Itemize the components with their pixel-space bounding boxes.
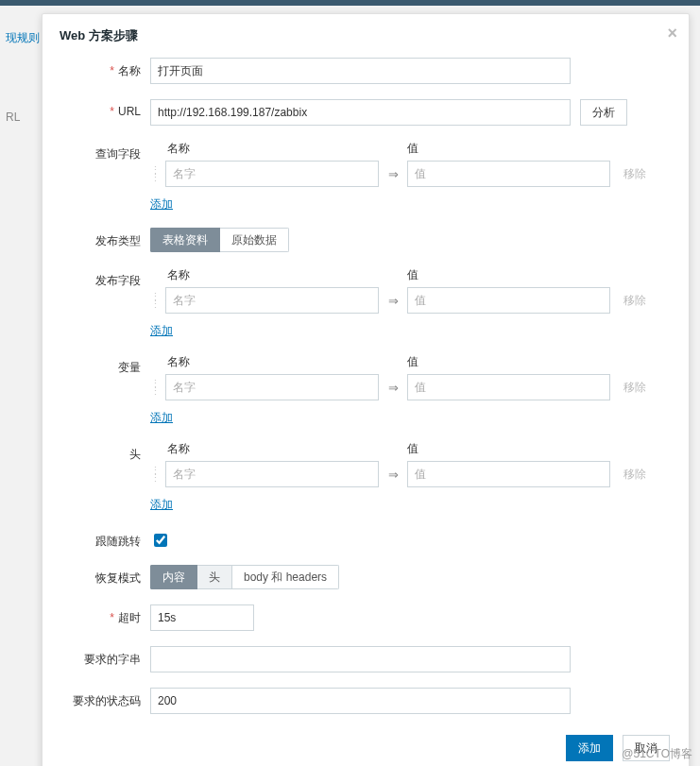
- retrieve-mode-body[interactable]: 内容: [150, 565, 197, 589]
- arrow-icon: ⇒: [379, 167, 407, 181]
- label-url: URL: [65, 99, 150, 118]
- query-col-value: 值: [407, 141, 610, 157]
- watermark: @51CTO博客: [622, 746, 692, 762]
- var-col-name: 名称: [150, 354, 379, 370]
- post-name-input[interactable]: [165, 287, 379, 314]
- label-name: 名称: [65, 58, 150, 79]
- post-row: ⋮⋮⋮⋮ ⇒ 移除: [150, 287, 666, 314]
- arrow-icon: ⇒: [379, 468, 407, 482]
- drag-handle-icon[interactable]: ⋮⋮⋮⋮: [150, 166, 165, 181]
- label-required-string: 要求的字串: [65, 646, 150, 668]
- label-status-codes: 要求的状态码: [65, 688, 150, 709]
- label-variables: 变量: [65, 354, 150, 376]
- query-remove-link: 移除: [623, 166, 646, 182]
- post-col-name: 名称: [150, 267, 379, 283]
- arrow-icon: ⇒: [379, 294, 407, 308]
- var-col-value: 值: [407, 354, 610, 370]
- name-input[interactable]: [150, 58, 571, 84]
- modal-footer: 添加 取消: [43, 725, 689, 766]
- drag-handle-icon[interactable]: ⋮⋮⋮⋮: [150, 380, 165, 395]
- hdr-name-input[interactable]: [165, 461, 379, 487]
- post-value-input[interactable]: [407, 287, 610, 314]
- hdr-row: ⋮⋮⋮⋮ ⇒ 移除: [150, 461, 666, 487]
- hdr-value-input[interactable]: [407, 461, 610, 487]
- retrieve-mode-segmented: 内容 头 body 和 headers: [150, 565, 339, 589]
- modal-header: Web 方案步骤 ×: [43, 14, 689, 54]
- query-col-name: 名称: [150, 141, 379, 157]
- analyze-button[interactable]: 分析: [580, 99, 627, 126]
- query-value-input[interactable]: [407, 161, 610, 187]
- status-codes-input[interactable]: [150, 688, 571, 714]
- query-name-input[interactable]: [165, 161, 379, 187]
- follow-redirect-checkbox[interactable]: [154, 534, 167, 547]
- query-add-link[interactable]: 添加: [150, 196, 173, 213]
- label-post-type: 发布类型: [65, 228, 150, 249]
- hdr-add-link[interactable]: 添加: [150, 497, 173, 513]
- var-row: ⋮⋮⋮⋮ ⇒ 移除: [150, 374, 666, 400]
- label-query-fields: 查询字段: [65, 141, 150, 162]
- post-add-link[interactable]: 添加: [150, 323, 173, 339]
- web-step-modal: Web 方案步骤 × 名称 URL 分析 查询字段 名称: [42, 13, 690, 766]
- post-col-value: 值: [407, 267, 610, 283]
- retrieve-mode-headers[interactable]: 头: [197, 565, 232, 589]
- post-type-segmented: 表格资料 原始数据: [150, 228, 289, 252]
- window-topbar: [0, 0, 700, 6]
- var-value-input[interactable]: [407, 374, 610, 400]
- hdr-col-value: 值: [407, 441, 610, 457]
- post-remove-link: 移除: [623, 293, 646, 309]
- close-icon[interactable]: ×: [667, 24, 677, 43]
- label-timeout: 超时: [65, 604, 150, 626]
- var-name-input[interactable]: [165, 374, 379, 400]
- label-follow-redirect: 跟随跳转: [65, 528, 150, 550]
- arrow-icon: ⇒: [379, 381, 407, 395]
- hdr-remove-link: 移除: [623, 467, 646, 483]
- var-add-link[interactable]: 添加: [150, 410, 173, 426]
- post-type-raw[interactable]: 原始数据: [220, 228, 289, 252]
- drag-handle-icon[interactable]: ⋮⋮⋮⋮: [150, 467, 165, 482]
- label-post-fields: 发布字段: [65, 267, 150, 289]
- url-input[interactable]: [150, 99, 571, 126]
- post-type-form-data[interactable]: 表格资料: [150, 228, 220, 252]
- required-string-input[interactable]: [150, 646, 571, 672]
- drag-handle-icon[interactable]: ⋮⋮⋮⋮: [150, 293, 165, 308]
- timeout-input[interactable]: [150, 604, 254, 631]
- label-retrieve-mode: 恢复模式: [65, 565, 150, 587]
- var-remove-link: 移除: [623, 380, 646, 396]
- retrieve-mode-both[interactable]: body 和 headers: [232, 565, 339, 589]
- query-row: ⋮⋮⋮⋮ ⇒ 移除: [150, 161, 666, 187]
- submit-button[interactable]: 添加: [566, 735, 613, 761]
- modal-title: Web 方案步骤: [60, 28, 138, 43]
- label-headers: 头: [65, 441, 150, 463]
- hdr-col-name: 名称: [150, 441, 379, 457]
